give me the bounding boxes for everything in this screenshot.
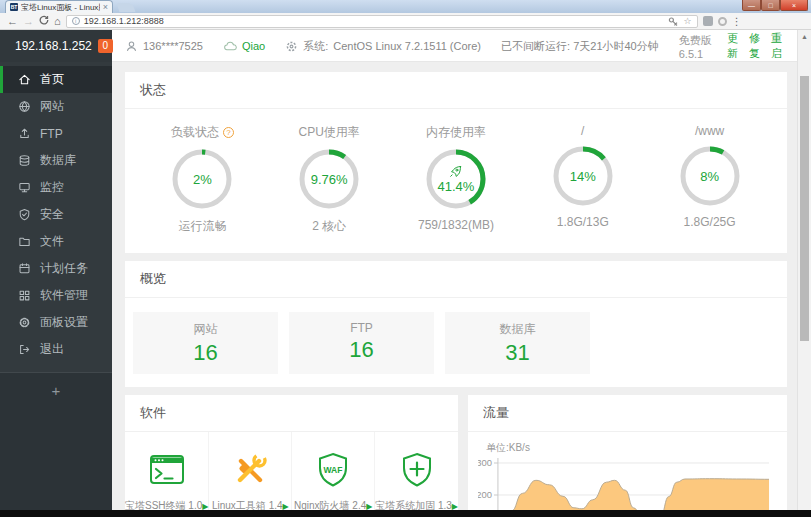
window-close-button[interactable]: × [780, 0, 808, 11]
browser-menu-icon[interactable]: ⋮ [732, 16, 742, 27]
overview-label: 数据库 [445, 321, 590, 338]
gauge-ring: 8% [678, 144, 742, 208]
overview-label: FTP [289, 321, 434, 335]
window-controls: — □ × [742, 0, 808, 11]
software-item-Nginx防火墙[interactable]: WAFNginx防火墙 2.4▶ [292, 432, 375, 517]
browser-titlebar: BT 宝塔Linux面板 - Linux版 × — □ × [0, 0, 811, 13]
rocket-icon [449, 165, 462, 178]
sidebar-item-label: 软件管理 [40, 287, 88, 304]
status-card: 状态 负载状态?2%运行流畅CPU使用率9.76%2 核心内存使用率41.4%7… [125, 72, 787, 253]
gauge-label: 内存使用率 [426, 124, 486, 141]
window-minimize-button[interactable]: — [742, 0, 761, 11]
overview-card: 概览 网站16FTP16数据库31 [125, 261, 787, 387]
overview-value: 16 [289, 337, 434, 363]
page-scrollbar[interactable]: ▲ [797, 30, 811, 510]
gauge-label: / [581, 124, 584, 138]
software-item-Linux工具箱[interactable]: Linux工具箱 1.4▶ [209, 432, 292, 517]
url-bar[interactable]: i 192.168.1.212:8888 ☆ [66, 15, 698, 28]
overview-value: 31 [445, 340, 590, 366]
folder-icon [18, 235, 31, 248]
sidebar-item-label: 监控 [40, 179, 64, 196]
bookmark-star-icon[interactable]: ☆ [684, 16, 692, 26]
account-phone[interactable]: 136****7525 [125, 40, 203, 53]
software-grid: 宝塔SSH终端 1.0▶Linux工具箱 1.4▶WAFNginx防火墙 2.4… [125, 432, 458, 517]
sidebar-item-gear[interactable]: 面板设置 [0, 309, 112, 336]
overview-box-网站[interactable]: 网站16 [133, 312, 278, 374]
sidebar-item-globe[interactable]: 网站 [0, 93, 112, 120]
gauge-/www: /www8%1.8G/25G [654, 124, 766, 235]
sidebar-footer: + [0, 372, 112, 517]
sidebar-item-logout[interactable]: 退出 [0, 336, 112, 363]
account-phone-label: 136****7525 [143, 40, 203, 52]
extension-icon[interactable] [703, 16, 713, 26]
uptime-text: 已不间断运行: 7天21小时40分钟 [501, 39, 659, 54]
refresh-icon[interactable] [39, 15, 49, 27]
sidebar-item-label: FTP [40, 127, 63, 141]
cloud-account-label: Qiao [242, 40, 265, 52]
overview-value: 16 [133, 340, 278, 366]
sidebar-item-calendar[interactable]: 计划任务 [0, 255, 112, 282]
software-item-宝塔系统加固[interactable]: 宝塔系统加固 1.3▶ [375, 432, 458, 517]
forward-icon[interactable]: → [23, 16, 34, 27]
tools-icon [231, 451, 269, 489]
message-badge[interactable]: 0 [98, 39, 113, 53]
gauge-ring: 9.76% [297, 147, 361, 211]
sidebar-item-shield[interactable]: 安全 [0, 201, 112, 228]
sidebar-item-label: 面板设置 [40, 314, 88, 331]
panel-header-items: 136****7525 Qiao 系统: CentOS Linux 7.2.15… [112, 30, 795, 62]
home-icon[interactable]: ⌂ [54, 16, 61, 27]
tab-close-icon[interactable]: × [103, 3, 108, 12]
window-maximize-button[interactable]: □ [761, 0, 780, 11]
overview-box-数据库[interactable]: 数据库31 [445, 312, 590, 374]
sidebar-item-label: 网站 [40, 98, 64, 115]
gauge-subtext: 1.8G/13G [557, 215, 609, 229]
sidebar-item-label: 数据库 [40, 152, 76, 169]
gauge-ring: 2% [170, 147, 234, 211]
software-item-宝塔SSH终端[interactable]: 宝塔SSH终端 1.0▶ [125, 432, 209, 517]
shield-waf-icon: WAF [314, 451, 352, 489]
overview-card-title: 概览 [125, 261, 787, 298]
sidebar-item-label: 首页 [40, 71, 64, 88]
cloud-account[interactable]: Qiao [223, 40, 265, 53]
calendar-icon [18, 262, 31, 275]
help-icon[interactable]: ? [223, 127, 234, 138]
gear-icon [18, 316, 31, 329]
sidebar-item-grid[interactable]: 软件管理 [0, 282, 112, 309]
panel-action-修复[interactable]: 修复 [749, 31, 760, 61]
gauge-subtext: 运行流畅 [178, 218, 226, 235]
panel-action-重启[interactable]: 重启 [771, 31, 782, 61]
logout-icon [18, 343, 31, 356]
sidebar-item-home[interactable]: 首页 [0, 66, 112, 93]
scrollbar-up-arrow[interactable]: ▲ [798, 30, 811, 43]
browser-tab[interactable]: BT 宝塔Linux面板 - Linux版 × [5, 0, 113, 13]
sidebar-item-ftp[interactable]: FTP [0, 120, 112, 147]
sidebar-item-db[interactable]: 数据库 [0, 147, 112, 174]
back-icon[interactable]: ← [7, 16, 18, 27]
svg-text:300: 300 [478, 457, 492, 468]
traffic-card: 流量 单位:KB/s 100200300 [468, 395, 787, 517]
panel-header: 192.168.1.252 0 136****7525 Qiao 系统: Cen… [0, 30, 811, 62]
extension-icon[interactable] [718, 17, 727, 26]
key-icon[interactable] [668, 16, 679, 27]
system-label: 系统: [303, 39, 328, 54]
page-info-icon[interactable]: i [72, 17, 80, 25]
overview-box-FTP[interactable]: FTP16 [289, 312, 434, 374]
main-content: 状态 负载状态?2%运行流畅CPU使用率9.76%2 核心内存使用率41.4%7… [112, 62, 797, 517]
scrollbar-thumb[interactable] [800, 76, 809, 341]
gauge-负载状态: 负载状态?2%运行流畅 [146, 124, 258, 235]
sidebar-item-folder[interactable]: 文件 [0, 228, 112, 255]
gauge-CPU使用率: CPU使用率9.76%2 核心 [273, 124, 385, 235]
gauge-内存使用率: 内存使用率41.4%759/1832(MB) [400, 124, 512, 235]
gauge-value: 41.4% [424, 147, 488, 211]
add-menu-button[interactable]: + [52, 382, 61, 399]
sidebar-item-label: 退出 [40, 341, 64, 358]
new-tab-button[interactable] [117, 3, 136, 12]
bottom-row: 软件 宝塔SSH终端 1.0▶Linux工具箱 1.4▶WAFNginx防火墙 … [125, 395, 787, 517]
software-card-title: 软件 [125, 395, 458, 432]
gauge-subtext: 759/1832(MB) [418, 218, 494, 232]
panel-action-更新[interactable]: 更新 [727, 31, 738, 61]
traffic-card-title: 流量 [468, 395, 787, 432]
sidebar-item-monitor[interactable]: 监控 [0, 174, 112, 201]
svg-text:200: 200 [478, 489, 492, 500]
gauge-ring: 14% [551, 144, 615, 208]
